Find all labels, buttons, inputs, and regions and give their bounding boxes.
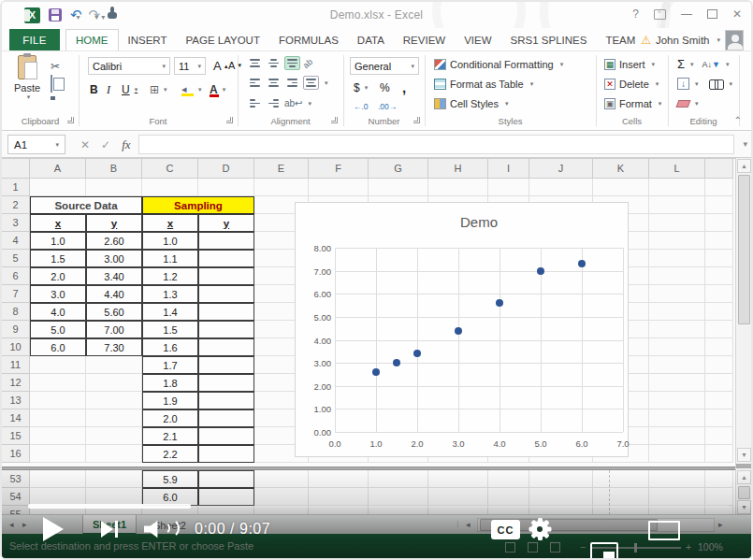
number-format-select[interactable]: General▾: [350, 57, 419, 75]
cell[interactable]: 2.0: [142, 409, 198, 427]
cell[interactable]: 7.00: [86, 321, 142, 338]
column-header-F[interactable]: F: [309, 159, 369, 179]
cell[interactable]: [30, 470, 86, 488]
cell[interactable]: [86, 445, 142, 463]
cell[interactable]: [705, 285, 733, 303]
paste-button[interactable]: Paste ▾: [11, 55, 43, 113]
cell[interactable]: [30, 427, 86, 445]
cell[interactable]: [705, 427, 733, 445]
cell[interactable]: [488, 488, 529, 506]
hscroll-right-icon[interactable]: ▸: [718, 520, 723, 529]
cell[interactable]: [705, 250, 733, 267]
align-right-icon[interactable]: [284, 76, 300, 90]
cell[interactable]: 3.40: [86, 267, 142, 285]
cell[interactable]: [198, 232, 254, 250]
tab-home[interactable]: HOME: [65, 29, 119, 50]
zoom-level[interactable]: 100%: [698, 541, 723, 553]
cell[interactable]: [649, 392, 705, 409]
row-header-55[interactable]: 55: [2, 506, 30, 514]
tab-data[interactable]: DATA: [348, 29, 394, 50]
cell[interactable]: [705, 374, 733, 392]
align-left-icon[interactable]: [247, 76, 263, 90]
row-header-15[interactable]: 15: [2, 427, 30, 445]
cell[interactable]: 1.0: [142, 232, 198, 250]
cell[interactable]: 1.2: [142, 267, 198, 285]
column-header-I[interactable]: I: [488, 159, 529, 179]
cell[interactable]: [198, 374, 254, 392]
cell[interactable]: [705, 409, 733, 427]
grow-font-button[interactable]: A▲: [213, 59, 229, 73]
cell[interactable]: [142, 179, 198, 196]
scroll-down-icon[interactable]: ▼: [737, 448, 751, 462]
vertical-scrollbar[interactable]: ▲ ▼ ▲ ▼: [735, 158, 751, 514]
vertical-scroll-thumb[interactable]: [738, 175, 750, 324]
cell[interactable]: [86, 374, 142, 392]
cancel-icon[interactable]: ✕: [80, 138, 90, 151]
column-header-C[interactable]: C: [142, 159, 198, 179]
cell[interactable]: [649, 250, 705, 267]
cell[interactable]: [198, 285, 254, 303]
cell[interactable]: [705, 338, 733, 356]
row-header-9[interactable]: 9: [2, 321, 30, 338]
minimize-button[interactable]: —: [681, 7, 692, 21]
cell-styles-button[interactable]: Cell Styles▾: [434, 98, 508, 109]
column-header-A[interactable]: A: [30, 159, 86, 179]
percent-button[interactable]: %: [380, 81, 390, 94]
sampling-header[interactable]: Sampling: [142, 196, 254, 214]
cell[interactable]: [593, 179, 649, 196]
clear-button[interactable]: ▾: [677, 100, 699, 108]
cell[interactable]: [649, 179, 705, 196]
chart[interactable]: Demo 0.001.002.003.004.005.006.007.008.0…: [295, 202, 629, 457]
borders-button[interactable]: ⊞▾: [150, 83, 167, 96]
row-header-12[interactable]: 12: [2, 374, 30, 392]
row-header-2[interactable]: 2: [2, 196, 30, 214]
ribbon-display-options-icon[interactable]: [654, 9, 666, 20]
clipboard-dialog-launcher-icon[interactable]: [67, 117, 74, 123]
insert-function-icon[interactable]: fx: [122, 137, 130, 152]
column-header-E[interactable]: E: [254, 159, 309, 179]
cell[interactable]: [428, 470, 488, 488]
delete-cells-button[interactable]: ✕ Delete▾: [604, 79, 659, 90]
orientation-icon[interactable]: ab: [301, 56, 314, 69]
sort-filter-icon[interactable]: A↓▼: [702, 60, 720, 69]
column-header-L[interactable]: L: [649, 159, 705, 179]
cell[interactable]: 1.4: [142, 303, 198, 321]
name-box[interactable]: A1▾: [7, 135, 65, 154]
row-header-6[interactable]: 6: [2, 267, 30, 285]
formula-bar-expand-icon[interactable]: ▾: [743, 139, 747, 149]
tab-formulas[interactable]: FORMULAS: [269, 29, 348, 50]
column-header-J[interactable]: J: [529, 159, 593, 179]
cell[interactable]: 5.60: [86, 303, 142, 321]
comma-button[interactable]: ,: [402, 79, 406, 95]
restore-button[interactable]: [707, 9, 717, 19]
source-data-header[interactable]: Source Data: [30, 196, 142, 214]
collapse-ribbon-icon[interactable]: ⌃: [734, 115, 742, 125]
cell[interactable]: 1.8: [142, 374, 198, 392]
avatar[interactable]: [725, 30, 744, 50]
volume-button[interactable]: [144, 520, 163, 538]
cell[interactable]: [86, 470, 142, 488]
cell[interactable]: 1.1: [142, 250, 198, 267]
cell[interactable]: [198, 427, 254, 445]
cell[interactable]: [198, 267, 254, 285]
captions-button[interactable]: CC: [491, 520, 520, 539]
decrease-decimal-button[interactable]: .00→: [378, 102, 397, 111]
column-header-B[interactable]: B: [86, 159, 142, 179]
cell[interactable]: 2.60: [86, 232, 142, 250]
scroll-up-icon[interactable]: ▲: [737, 159, 751, 173]
tab-team[interactable]: TEAM: [596, 29, 644, 50]
row-header-16[interactable]: 16: [2, 445, 30, 463]
next-button[interactable]: [101, 521, 118, 538]
find-select-icon[interactable]: [709, 79, 724, 89]
pane2-scroll-thumb[interactable]: [738, 486, 750, 499]
cell[interactable]: [86, 356, 142, 374]
cell[interactable]: [369, 488, 428, 506]
row-header-13[interactable]: 13: [2, 392, 30, 409]
cell[interactable]: 1.3: [142, 285, 198, 303]
sheet-nav-right-icon[interactable]: ▸: [22, 520, 27, 529]
row-header-4[interactable]: 4: [2, 232, 30, 250]
cell[interactable]: [649, 196, 705, 214]
cell[interactable]: [86, 427, 142, 445]
enter-icon[interactable]: ✓: [101, 138, 110, 151]
merge-center-icon[interactable]: [303, 76, 319, 90]
